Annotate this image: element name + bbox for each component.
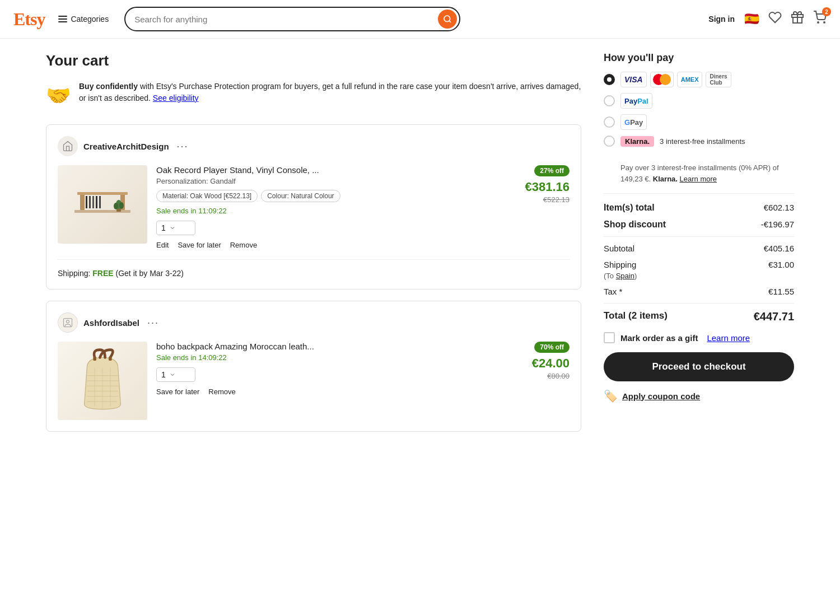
shop-name-1[interactable]: CreativeArchitDesign bbox=[83, 142, 169, 151]
product-row-2: boho backpack Amazing Moroccan leath... … bbox=[58, 342, 570, 420]
price-current-2: €24.00 bbox=[532, 356, 570, 370]
save-later-link-1[interactable]: Save for later bbox=[178, 241, 221, 249]
quantity-selector-1[interactable]: 1 bbox=[156, 221, 195, 235]
shop-name-2[interactable]: AshfordIsabel bbox=[83, 318, 139, 328]
protection-bold: Buy confidently bbox=[79, 82, 138, 91]
svg-rect-13 bbox=[96, 196, 97, 208]
etsy-logo[interactable]: Etsy bbox=[13, 9, 45, 30]
search-input[interactable] bbox=[134, 15, 438, 24]
product-illustration-1 bbox=[69, 176, 136, 232]
categories-button[interactable]: Categories bbox=[58, 15, 109, 24]
protection-text: Buy confidently with Etsy's Purchase Pro… bbox=[79, 81, 581, 104]
cart-count: 2 bbox=[822, 7, 831, 16]
payment-row-cards[interactable]: VISA AMEX DinersClub bbox=[604, 72, 794, 87]
subtotal-row: Subtotal €405.16 bbox=[604, 244, 794, 253]
order-summary: Item(s) total €602.13 Shop discount -€19… bbox=[604, 203, 794, 403]
shop-card-1: CreativeArchitDesign ··· bbox=[46, 124, 581, 290]
cart-icon[interactable]: 2 bbox=[813, 11, 827, 27]
product-details-2: boho backpack Amazing Moroccan leath... … bbox=[156, 342, 523, 396]
protection-link[interactable]: See eligibility bbox=[153, 94, 199, 102]
sale-countdown-2: Sale ends in 14:09:22 bbox=[156, 353, 523, 362]
shop-header-1: CreativeArchitDesign ··· bbox=[58, 136, 570, 156]
svg-rect-14 bbox=[99, 196, 101, 208]
discount-badge-1: 27% off bbox=[534, 165, 570, 176]
gift-icon[interactable] bbox=[791, 11, 804, 27]
coupon-text[interactable]: Apply coupon code bbox=[622, 391, 700, 401]
payment-row-klarna[interactable]: Klarna. 3 interest-free installments bbox=[604, 136, 794, 147]
summary-divider-1 bbox=[604, 236, 794, 237]
svg-rect-9 bbox=[77, 192, 128, 195]
sidebar: How you'll pay VISA AMEX DinersClub bbox=[604, 52, 794, 443]
amex-logo: AMEX bbox=[677, 72, 703, 87]
main-content: Your cart 🤝 Buy confidently with Etsy's … bbox=[28, 39, 812, 456]
product-personalization-1: Personalization: Gandalf bbox=[156, 177, 516, 185]
radio-paypal[interactable] bbox=[604, 95, 615, 106]
product-price-1: 27% off €381.16 €522.13 bbox=[525, 165, 570, 204]
subtotal-value: €405.16 bbox=[764, 244, 794, 253]
product-tag-material[interactable]: Material: Oak Wood [€522.13] bbox=[156, 190, 258, 202]
shipping-dest-link[interactable]: Spain bbox=[616, 272, 634, 280]
tax-row: Tax * €11.55 bbox=[604, 287, 794, 296]
radio-gpay[interactable] bbox=[604, 116, 615, 128]
protection-icon: 🤝 bbox=[46, 81, 71, 111]
radio-klarna[interactable] bbox=[604, 136, 615, 147]
product-tag-colour[interactable]: Colour: Natural Colour bbox=[261, 190, 340, 202]
klarna-learn-more[interactable]: Learn more bbox=[680, 175, 717, 183]
shipping-dest-row: (To Spain) bbox=[604, 272, 794, 280]
quantity-selector-2[interactable]: 1 bbox=[156, 367, 195, 382]
product-actions-2: Save for later Remove bbox=[156, 388, 523, 396]
shop-discount-label: Shop discount bbox=[604, 220, 666, 230]
svg-line-1 bbox=[449, 21, 451, 22]
svg-point-17 bbox=[114, 203, 118, 209]
product-tags-1: Material: Oak Wood [€522.13] Colour: Nat… bbox=[156, 190, 516, 202]
svg-point-4 bbox=[818, 22, 819, 23]
cart-section: Your cart 🤝 Buy confidently with Etsy's … bbox=[46, 52, 581, 443]
price-original-2: €80.00 bbox=[547, 372, 570, 380]
save-later-link-2[interactable]: Save for later bbox=[156, 388, 199, 396]
shop-avatar-1 bbox=[58, 136, 78, 156]
shipping-row: Shipping €31.00 bbox=[604, 260, 794, 269]
svg-point-18 bbox=[119, 202, 124, 209]
product-title-1: Oak Record Player Stand, Vinyl Console, … bbox=[156, 165, 516, 175]
product-image-1 bbox=[58, 165, 147, 244]
product-illustration-2 bbox=[74, 347, 130, 414]
shop-menu-1[interactable]: ··· bbox=[177, 141, 189, 152]
shipping-dest: (To Spain) bbox=[604, 272, 637, 280]
gpay-logo: G Pay bbox=[620, 114, 647, 130]
gift-checkbox[interactable] bbox=[604, 332, 615, 343]
remove-link-2[interactable]: Remove bbox=[208, 388, 235, 396]
shop-discount-row: Shop discount -€196.97 bbox=[604, 220, 794, 230]
shipping-label: Shipping bbox=[604, 260, 636, 269]
edit-link-1[interactable]: Edit bbox=[156, 241, 169, 249]
search-bar bbox=[124, 7, 460, 31]
country-flag[interactable]: 🇪🇸 bbox=[744, 11, 759, 27]
svg-rect-30 bbox=[93, 357, 96, 361]
items-total-label: Item(s) total bbox=[604, 203, 655, 213]
radio-cards[interactable] bbox=[604, 74, 615, 85]
shop-header-2: AshfordIsabel ··· bbox=[58, 312, 570, 333]
shop-menu-2[interactable]: ··· bbox=[147, 317, 159, 329]
favorites-icon[interactable] bbox=[768, 11, 782, 27]
payment-methods: VISA AMEX DinersClub PayPal G bbox=[604, 72, 794, 147]
payment-title: How you'll pay bbox=[604, 52, 794, 64]
mastercard-logo bbox=[650, 72, 674, 87]
total-value: €447.71 bbox=[754, 310, 794, 323]
svg-rect-12 bbox=[92, 196, 94, 208]
checkout-button[interactable]: Proceed to checkout bbox=[604, 352, 794, 381]
coupon-row[interactable]: 🏷️ Apply coupon code bbox=[604, 389, 794, 403]
diners-logo: DinersClub bbox=[706, 72, 731, 87]
svg-point-5 bbox=[824, 22, 825, 23]
visa-logo: VISA bbox=[620, 72, 647, 87]
hamburger-icon bbox=[58, 16, 67, 22]
payment-row-paypal[interactable]: PayPal bbox=[604, 93, 794, 109]
remove-link-1[interactable]: Remove bbox=[230, 241, 257, 249]
gift-row: Mark order as a gift Learn more bbox=[604, 332, 794, 343]
shipping-free-1: FREE bbox=[92, 269, 113, 278]
shipping-info-1: Shipping: FREE (Get it by Mar 3-22) bbox=[58, 259, 570, 278]
payment-row-gpay[interactable]: G Pay bbox=[604, 114, 794, 130]
shop-card-2: AshfordIsabel ··· bbox=[46, 301, 581, 432]
gift-learn-more[interactable]: Learn more bbox=[707, 333, 750, 343]
tax-label: Tax * bbox=[604, 287, 622, 296]
search-button[interactable] bbox=[438, 10, 457, 29]
sign-in-link[interactable]: Sign in bbox=[708, 15, 735, 24]
